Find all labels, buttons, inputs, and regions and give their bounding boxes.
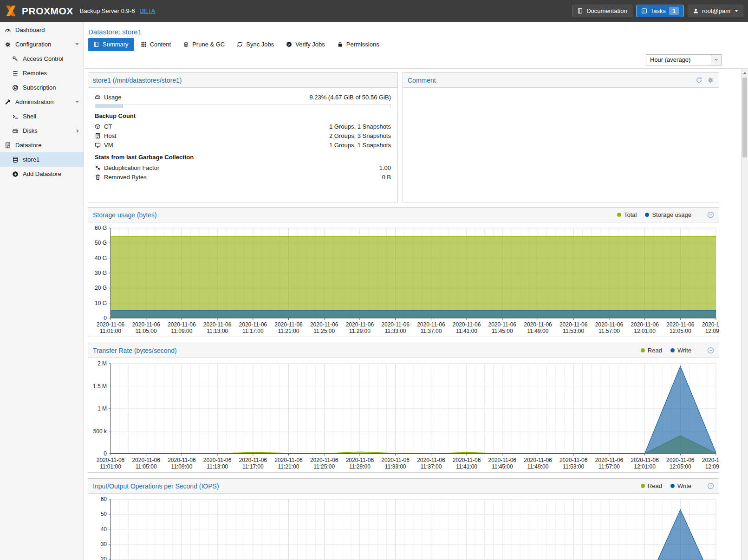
legend-item-read[interactable]: Read [641, 347, 662, 354]
svg-text:11:37:00: 11:37:00 [420, 328, 442, 334]
backup-count-row-host: Host 2 Groups, 3 Snapshots [95, 131, 391, 140]
sidebar-item-access-control[interactable]: Access Control [0, 52, 84, 66]
legend-item-write[interactable]: Write [670, 482, 691, 489]
tasks-icon [641, 8, 647, 14]
tab-prune-gc[interactable]: Prune & GC [177, 38, 230, 51]
svg-text:2020-11-06: 2020-11-06 [274, 321, 303, 328]
svg-text:500 k: 500 k [93, 428, 107, 435]
usage-row: Usage 9.23% (4.67 GiB of 50.56 GiB) [95, 93, 391, 102]
legend-label: Read [648, 482, 662, 489]
svg-text:2020-11-06: 2020-11-06 [524, 321, 552, 328]
svg-text:50: 50 [101, 511, 107, 517]
sidebar-item-add-datastore[interactable]: Add Datastore [0, 167, 84, 181]
legend-item-write[interactable]: Write [670, 347, 691, 354]
gc-row-removed-bytes: Removed Bytes 0 B [95, 173, 391, 182]
terminal-icon [12, 113, 19, 120]
svg-text:30: 30 [101, 541, 107, 547]
svg-text:2020-11-06: 2020-11-06 [559, 457, 588, 463]
svg-text:20 G: 20 G [95, 285, 107, 291]
legend-label: Storage usage [652, 211, 691, 218]
svg-text:1.5 M: 1.5 M [93, 383, 107, 390]
tab-permissions[interactable]: Permissions [332, 38, 385, 51]
user-icon [693, 8, 699, 14]
svg-text:11:13:00: 11:13:00 [207, 463, 228, 470]
svg-text:2020-11-06: 2020-11-06 [631, 457, 659, 463]
tab-sync-jobs[interactable]: Sync Jobs [231, 38, 280, 51]
svg-text:11:17:00: 11:17:00 [242, 328, 264, 334]
wrench-icon [5, 99, 11, 105]
legend-item-read[interactable]: Read [641, 482, 662, 489]
svg-text:2020-11-06: 2020-11-06 [239, 457, 267, 463]
sidebar-item-subscription[interactable]: Subscription [0, 80, 84, 95]
sidebar-item-administration[interactable]: Administration [0, 95, 84, 109]
beta-link[interactable]: BETA [140, 7, 155, 14]
tab-summary[interactable]: Summary [88, 38, 134, 51]
sidebar-item-shell[interactable]: Shell [0, 109, 84, 124]
tab-label: Content [150, 41, 171, 48]
row-label: Host [104, 132, 117, 139]
sidebar-item-configuration[interactable]: Configuration [0, 37, 84, 52]
brand-name: PROXMOX [22, 6, 73, 17]
product-subtitle: Backup Server 0.9-6 [80, 7, 135, 14]
svg-text:2020-11-06: 2020-11-06 [97, 457, 125, 463]
scrollbar-up-arrow[interactable] [741, 69, 748, 77]
user-menu-button[interactable]: root@pam [688, 5, 743, 17]
sidebar-item-remotes[interactable]: Remotes [0, 66, 84, 80]
svg-text:11:17:00: 11:17:00 [242, 463, 264, 470]
chart-legend: Total Storage usage [617, 211, 714, 218]
iops-chart: 01020304050602020-11-0611:01:002020-11-0… [88, 494, 719, 560]
combo-trigger[interactable] [711, 55, 721, 65]
svg-text:0: 0 [104, 315, 107, 321]
panel-title: Storage usage (bytes) [93, 211, 157, 219]
tasks-button[interactable]: Tasks 1 [636, 5, 684, 17]
svg-text:2020-11-06: 2020-11-06 [595, 457, 624, 463]
tab-content[interactable]: Content [135, 38, 177, 51]
svg-text:11:37:00: 11:37:00 [420, 463, 442, 470]
svg-text:2020-11-06: 2020-11-06 [666, 321, 695, 328]
row-value: 1 Groups, 1 Snapshots [329, 142, 391, 149]
svg-text:1 M: 1 M [98, 405, 107, 412]
sidebar-item-datastore[interactable]: Datastore [0, 138, 84, 152]
compress-icon [95, 165, 101, 171]
time-range-select[interactable]: Hour (average) [646, 54, 722, 65]
legend-dot [670, 348, 675, 352]
svg-text:40 G: 40 G [95, 255, 107, 261]
minus-circle-icon[interactable] [707, 211, 714, 218]
chevron-down-icon [75, 101, 79, 103]
svg-text:11:25:00: 11:25:00 [313, 463, 335, 470]
key-icon [12, 56, 19, 62]
scrollbar-thumb[interactable] [742, 78, 747, 157]
panel-title: Transfer Rate (bytes/second) [93, 347, 177, 354]
minus-circle-icon[interactable] [707, 482, 714, 489]
usage-value: 9.23% (4.67 GiB of 50.56 GiB) [309, 94, 391, 101]
storage-usage-chart: 010 G20 G30 G40 G50 G60 G2020-11-0611:01… [88, 222, 719, 337]
svg-text:11:01:00: 11:01:00 [100, 463, 121, 470]
page-title: Datastore: store1 [84, 22, 748, 38]
storage-usage-panel: Storage usage (bytes) Total Storage usag… [88, 207, 719, 337]
legend-label: Write [677, 482, 691, 489]
svg-text:2020-11-06: 2020-11-06 [203, 321, 232, 328]
legend-item-total[interactable]: Total [617, 211, 637, 218]
vertical-scrollbar[interactable] [741, 69, 748, 560]
svg-text:11:21:00: 11:21:00 [278, 328, 299, 334]
chevron-down-icon [75, 43, 79, 46]
usage-progress-fill [95, 104, 123, 108]
legend-item-storage-usage[interactable]: Storage usage [645, 211, 691, 218]
sidebar-item-label: Configuration [15, 41, 51, 48]
sidebar-item-dashboard[interactable]: Dashboard [0, 23, 84, 37]
tab-verify-jobs[interactable]: Verify Jobs [280, 38, 331, 51]
sidebar-item-store1[interactable]: store1 [0, 152, 84, 167]
sidebar-item-label: Dashboard [15, 26, 45, 33]
svg-text:2020-11-06: 2020-11-06 [595, 321, 624, 328]
minus-circle-icon[interactable] [707, 347, 714, 354]
gear-icon[interactable] [707, 77, 714, 84]
svg-text:11:09:00: 11:09:00 [171, 328, 192, 334]
building-icon [95, 133, 101, 139]
documentation-button[interactable]: Documentation [572, 5, 632, 17]
row-label: VM [104, 142, 113, 149]
refresh-icon[interactable] [696, 77, 702, 84]
content-area: store1 (/mnt/datastores/store1) Usage 9.… [84, 69, 748, 560]
sidebar-item-disks[interactable]: Disks [0, 124, 84, 138]
row-label: Deduplication Factor [104, 164, 159, 171]
svg-text:12:09:00: 12:09:00 [705, 328, 719, 334]
